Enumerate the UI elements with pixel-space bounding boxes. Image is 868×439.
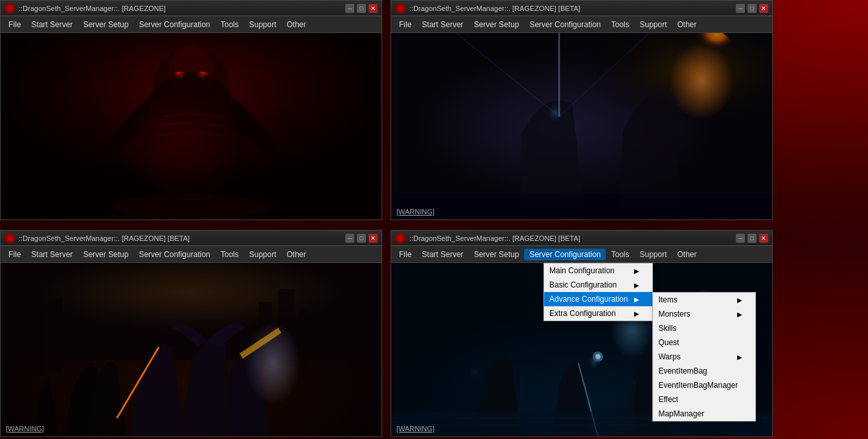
submenu-eventitembagmanager[interactable]: EventItemBagManager — [653, 378, 755, 392]
menu-serversetup-1[interactable]: Server Setup — [78, 19, 133, 30]
title-controls-4: ─ □ ✕ — [736, 234, 768, 243]
advance-config-submenu: Items ▶ Monsters ▶ Skills Ques — [652, 292, 756, 422]
window-2: ::DragonSeth_ServerManager::. [RAGEZONE]… — [391, 0, 773, 220]
app-icon-3 — [5, 233, 15, 243]
submenu-quest[interactable]: Quest — [653, 335, 755, 350]
minimize-btn-4[interactable]: ─ — [736, 234, 745, 243]
menu-other-3[interactable]: Other — [282, 249, 312, 260]
arrow-icon-advance-config: ▶ — [634, 296, 639, 303]
menu-other-4[interactable]: Other — [672, 249, 702, 260]
title-text-2: ::DragonSeth_ServerManager::. [RAGEZONE]… — [409, 5, 736, 12]
arrow-icon-basic-config: ▶ — [634, 282, 639, 289]
menu-tools-4[interactable]: Tools — [606, 249, 634, 260]
menu-file-3[interactable]: File — [3, 249, 26, 260]
menu-serverconfig-3[interactable]: Server Configuration — [133, 249, 215, 260]
artwork-2 — [391, 33, 772, 220]
title-text-3: ::DragonSeth_ServerManager::. [RAGEZONE]… — [19, 234, 345, 242]
svg-rect-23 — [279, 289, 295, 366]
menu-serversetup-2[interactable]: Server Setup — [468, 19, 524, 30]
menu-bar-4: File Start Server Server Setup Server Co… — [391, 246, 772, 263]
close-btn-4[interactable]: ✕ — [759, 234, 768, 243]
title-bar-1: ::DragonSeth_ServerManager::. [RAGEZONE]… — [1, 1, 382, 16]
title-controls-1: ─ □ ✕ — [345, 4, 378, 13]
maximize-btn-2[interactable]: □ — [748, 4, 757, 13]
submenu-monsters[interactable]: Monsters ▶ — [653, 307, 755, 321]
arrow-icon-extra-config: ▶ — [634, 310, 639, 317]
menu-bar-3: File Start Server Server Setup Server Co… — [1, 246, 382, 263]
maximize-btn-3[interactable]: □ — [357, 234, 366, 243]
arrow-icon-main-config: ▶ — [634, 267, 639, 275]
menu-file-1[interactable]: File — [3, 19, 26, 30]
menu-startserver-1[interactable]: Start Server — [26, 19, 78, 30]
minimize-btn-1[interactable]: ─ — [345, 4, 354, 13]
window-1: ::DragonSeth_ServerManager::. [RAGEZONE]… — [0, 0, 382, 220]
menu-serverconfig-2[interactable]: Server Configuration — [524, 19, 606, 30]
dropdown-advance-config[interactable]: Advance Configuration ▶ Items ▶ Monsters… — [544, 292, 652, 306]
content-2: [WARNING] — [391, 33, 772, 220]
title-text-1: ::DragonSeth_ServerManager::. [RAGEZONE] — [19, 5, 345, 12]
window-3: ::DragonSeth_ServerManager::. [RAGEZONE]… — [0, 230, 382, 437]
app-icon-4 — [395, 233, 405, 243]
close-btn-1[interactable]: ✕ — [369, 4, 378, 13]
menu-startserver-2[interactable]: Start Server — [417, 19, 468, 30]
title-bar-3: ::DragonSeth_ServerManager::. [RAGEZONE]… — [1, 231, 382, 246]
close-btn-3[interactable]: ✕ — [369, 234, 378, 243]
menu-support-4[interactable]: Support — [635, 249, 672, 260]
menu-file-2[interactable]: File — [394, 19, 417, 30]
arrow-icon-items: ▶ — [737, 297, 742, 304]
menu-serversetup-3[interactable]: Server Setup — [78, 249, 133, 260]
warning-text-3[interactable]: [WARNING] — [6, 425, 44, 433]
svg-point-8 — [140, 72, 243, 201]
menu-serverconfig-4-active[interactable]: Server Configuration — [524, 249, 606, 260]
close-btn-2[interactable]: ✕ — [759, 4, 768, 13]
menu-startserver-4[interactable]: Start Server — [417, 249, 468, 260]
warning-text-4[interactable]: [WARNING] — [396, 425, 435, 433]
minimize-btn-3[interactable]: ─ — [345, 234, 354, 243]
content-4: [WARNING] Main Configuration ▶ Basic Con… — [391, 263, 772, 436]
menu-file-4[interactable]: File — [394, 249, 417, 260]
submenu-mapmanager[interactable]: MapManager — [653, 407, 755, 421]
app-icon-1 — [5, 3, 15, 14]
submenu-eventitembag[interactable]: EventItemBag — [653, 364, 755, 378]
menu-startserver-3[interactable]: Start Server — [26, 249, 78, 260]
svg-rect-22 — [259, 302, 272, 366]
maximize-btn-1[interactable]: □ — [357, 4, 366, 13]
menu-bar-1: File Start Server Server Setup Server Co… — [1, 16, 382, 33]
title-bar-4: ::DragonSeth_ServerManager::. [RAGEZONE]… — [391, 231, 772, 246]
svg-point-37 — [464, 337, 509, 396]
menu-other-2[interactable]: Other — [672, 19, 702, 30]
svg-rect-24 — [297, 308, 307, 373]
window-4: ::DragonSeth_ServerManager::. [RAGEZONE]… — [391, 230, 773, 437]
menu-support-3[interactable]: Support — [244, 249, 282, 260]
dropdown-main-config[interactable]: Main Configuration ▶ — [544, 264, 652, 278]
dropdown-basic-config[interactable]: Basic Configuration ▶ — [544, 278, 652, 292]
menu-serverconfig-1[interactable]: Server Configuration — [133, 19, 215, 30]
svg-point-36 — [567, 326, 619, 391]
menu-support-1[interactable]: Support — [244, 19, 282, 30]
arrow-icon-monsters: ▶ — [737, 311, 742, 318]
artwork-1 — [1, 33, 382, 220]
minimize-btn-2[interactable]: ─ — [736, 4, 745, 13]
windows-container: ::DragonSeth_ServerManager::. [RAGEZONE]… — [0, 0, 868, 439]
menu-tools-1[interactable]: Tools — [215, 19, 244, 30]
submenu-skills[interactable]: Skills — [653, 321, 755, 335]
svg-point-9 — [114, 194, 268, 220]
svg-rect-25 — [33, 315, 43, 373]
svg-rect-15 — [392, 194, 771, 220]
submenu-items[interactable]: Items ▶ — [653, 293, 755, 307]
art-svg-2 — [391, 33, 772, 220]
svg-rect-26 — [49, 298, 62, 373]
menu-bar-2: File Start Server Server Setup Server Co… — [391, 16, 772, 33]
app-icon-2 — [395, 3, 405, 14]
warning-text-2[interactable]: [WARNING] — [396, 208, 435, 216]
menu-tools-2[interactable]: Tools — [606, 19, 634, 30]
menu-other-1[interactable]: Other — [282, 19, 312, 30]
submenu-warps[interactable]: Warps ▶ — [653, 350, 755, 364]
submenu-effect[interactable]: Effect — [653, 392, 755, 407]
menu-tools-3[interactable]: Tools — [215, 249, 244, 260]
maximize-btn-4[interactable]: □ — [748, 234, 757, 243]
art-svg-1 — [1, 33, 382, 220]
menu-serversetup-4[interactable]: Server Setup — [468, 249, 524, 260]
dropdown-extra-config[interactable]: Extra Configuration ▶ — [544, 306, 652, 321]
menu-support-2[interactable]: Support — [635, 19, 672, 30]
